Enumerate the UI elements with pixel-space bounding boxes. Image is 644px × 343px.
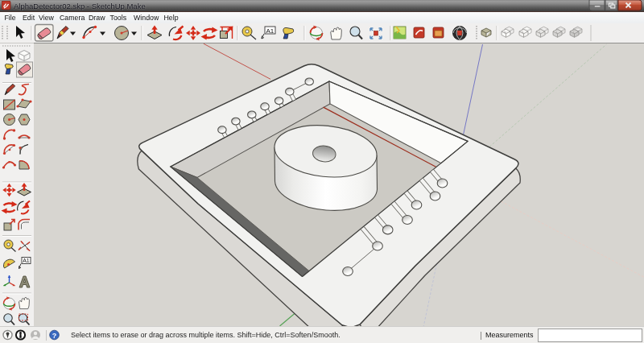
svg-text:A1: A1 [23,258,30,263]
svg-text:A1: A1 [266,27,275,35]
svg-text:?: ? [52,332,57,340]
